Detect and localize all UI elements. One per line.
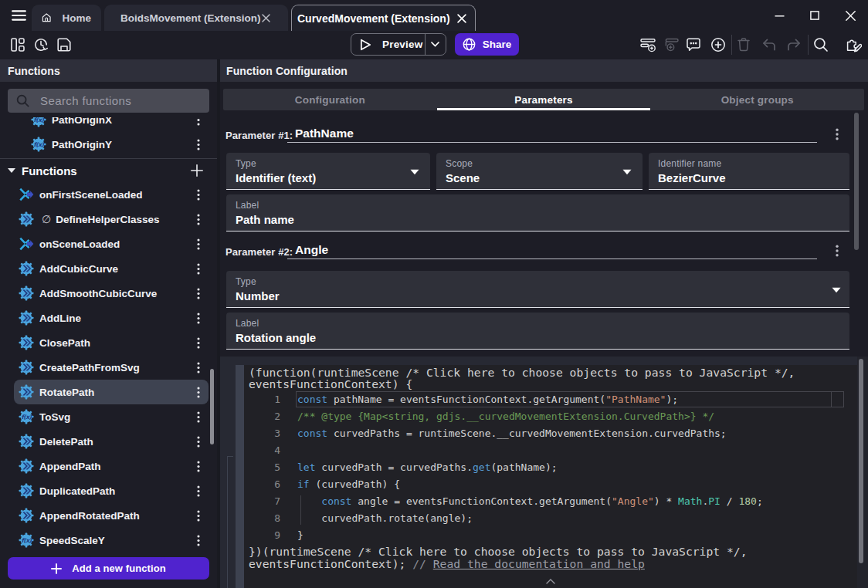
collapse-caret-icon[interactable] xyxy=(244,579,857,584)
parameter-1-identifier-field[interactable]: Identifier name BezierCurve xyxy=(649,153,849,190)
code-line-1[interactable]: 1const pathName = eventsFunctionContext.… xyxy=(244,391,857,408)
function-item-CreatePathFromSvg[interactable]: CreatePathFromSvg xyxy=(0,355,217,380)
js-code-footer[interactable]: })(runtimeScene /* Click here to choose … xyxy=(244,544,857,569)
minimize-button[interactable] xyxy=(761,0,797,31)
code-line-6[interactable]: 6if (curvedPath) { xyxy=(244,476,857,493)
parameter-1-scope-field[interactable]: Scope Scene xyxy=(436,153,643,190)
code-line-3[interactable]: 3const curvedPaths = runtimeScene.__curv… xyxy=(244,425,857,442)
comment-icon[interactable] xyxy=(686,37,701,52)
function-menu-icon[interactable] xyxy=(195,436,202,447)
function-item-SpeedScaleY[interactable]: f(x) SpeedScaleY xyxy=(0,528,217,553)
undo-icon[interactable] xyxy=(761,37,777,52)
parameter-1-type-field[interactable]: Type Identifier (text) xyxy=(226,153,430,190)
parameter-2-name-input[interactable]: Angle xyxy=(287,243,817,259)
function-item-AddSmoothCubicCurve[interactable]: AddSmoothCubicCurve xyxy=(0,281,217,306)
function-item-ClosePath[interactable]: ClosePath xyxy=(0,330,217,355)
function-item-onFirstSceneLoaded[interactable]: onFirstSceneLoaded xyxy=(0,182,217,207)
code-line-4[interactable]: 4 xyxy=(244,442,857,459)
js-code-event[interactable]: (function(runtimeScene /* Click here to … xyxy=(244,365,857,588)
code-line-2[interactable]: 2/** @type {Map<string, gdjs.__curvedMov… xyxy=(244,408,857,425)
function-item-onSceneLoaded[interactable]: onSceneLoaded xyxy=(0,231,217,256)
plus-icon xyxy=(51,563,62,574)
save-icon[interactable] xyxy=(57,38,71,52)
function-item-AppendPath[interactable]: AppendPath xyxy=(0,454,217,478)
tab-parameters[interactable]: Parameters xyxy=(437,89,651,110)
function-item-ToSvg[interactable]: f(x) ToSvg xyxy=(0,404,217,429)
function-menu-icon[interactable] xyxy=(195,411,202,422)
trash-icon[interactable] xyxy=(736,37,751,52)
function-menu-icon[interactable] xyxy=(195,117,202,125)
parameter-1-label-field[interactable]: Label Path name xyxy=(226,194,849,231)
functions-section-header[interactable]: Functions xyxy=(0,159,217,182)
parameter-1-name-input[interactable]: PathName xyxy=(287,127,817,143)
function-menu-icon[interactable] xyxy=(195,387,202,397)
extension-edit-icon[interactable] xyxy=(846,37,862,52)
function-menu-icon[interactable] xyxy=(195,288,202,299)
tab-home[interactable]: Home xyxy=(32,5,101,31)
add-event-icon[interactable] xyxy=(640,37,656,52)
tab-boids-close-icon[interactable] xyxy=(261,11,272,25)
function-item-PathOriginY[interactable]: f(x) PathOriginY xyxy=(0,132,217,157)
function-menu-icon[interactable] xyxy=(195,337,202,348)
menu-icon[interactable] xyxy=(12,10,26,21)
events-scrollbar[interactable] xyxy=(859,359,863,563)
add-subevent-icon[interactable] xyxy=(663,37,679,52)
code-line-7[interactable]: 7 const angle = eventsFunctionContext.ge… xyxy=(244,493,857,510)
parameter-2-menu-icon[interactable] xyxy=(833,245,841,257)
parameter-2-label-field[interactable]: Label Rotation angle xyxy=(226,313,849,350)
function-item-AddLine[interactable]: AddLine xyxy=(0,306,217,330)
function-menu-icon[interactable] xyxy=(195,139,202,150)
function-item-RotatePath[interactable]: RotatePath xyxy=(0,380,217,404)
function-menu-icon[interactable] xyxy=(195,461,202,471)
redo-icon[interactable] xyxy=(786,37,802,52)
share-button[interactable]: Share xyxy=(455,33,519,56)
sidebar-scrollbar[interactable] xyxy=(210,369,214,444)
parameters-scrollbar[interactable] xyxy=(854,113,859,250)
function-menu-icon[interactable] xyxy=(195,535,202,546)
preview-button-main[interactable]: Preview xyxy=(351,34,425,55)
tab-boidsmovement[interactable]: BoidsMovement (Extension) xyxy=(104,5,288,31)
js-code-header[interactable]: (function(runtimeScene /* Click here to … xyxy=(244,365,857,390)
function-item-AppendRotatedPath[interactable]: AppendRotatedPath xyxy=(0,503,217,528)
selected-event-bar[interactable] xyxy=(236,365,244,588)
code-line-9[interactable]: 9} xyxy=(244,527,857,544)
expression-fx-icon: f(x) xyxy=(19,409,34,424)
tab-object-groups[interactable]: Object groups xyxy=(650,89,864,110)
tab-curvedmovement[interactable]: CurvedMovement (Extension) xyxy=(291,5,476,31)
parameter-2-type-field[interactable]: Type Number xyxy=(226,271,849,308)
function-item-AddCubicCurve[interactable]: AddCubicCurve xyxy=(0,256,217,281)
code-editor[interactable]: 1const pathName = eventsFunctionContext.… xyxy=(244,391,857,544)
function-menu-icon[interactable] xyxy=(195,238,202,249)
function-menu-icon[interactable] xyxy=(195,510,202,521)
function-item-DefineHelperClasses[interactable]: ∅DefineHelperClasses xyxy=(0,207,217,231)
code-line-8[interactable]: 8 curvedPath.rotate(angle); xyxy=(244,510,857,527)
section-add-icon[interactable] xyxy=(191,164,203,177)
code-line-5[interactable]: 5let curvedPath = curvedPaths.get(pathNa… xyxy=(244,459,857,476)
function-menu-icon[interactable] xyxy=(195,362,202,373)
panels-icon[interactable] xyxy=(11,38,25,52)
add-function-button[interactable]: Add a new function xyxy=(8,557,209,580)
function-menu-icon[interactable] xyxy=(195,189,202,200)
function-item-PathOriginX[interactable]: f(x) PathOriginX xyxy=(0,117,217,132)
search-functions-input[interactable]: Search functions xyxy=(8,89,209,113)
preview-dropdown[interactable] xyxy=(426,34,446,55)
preview-button[interactable]: Preview xyxy=(351,33,446,56)
function-menu-icon[interactable] xyxy=(195,485,202,496)
function-menu-icon[interactable] xyxy=(195,214,202,225)
field-label: Label xyxy=(236,200,841,211)
function-label: AppendPath xyxy=(39,461,101,472)
close-button[interactable] xyxy=(832,0,868,31)
function-item-DeletePath[interactable]: DeletePath xyxy=(0,429,217,454)
tab-curved-close-icon[interactable] xyxy=(454,11,469,25)
circle-plus-icon[interactable] xyxy=(710,37,726,52)
line-number: 8 xyxy=(244,510,280,527)
function-item-DuplicatedPath[interactable]: DuplicatedPath xyxy=(0,478,217,503)
search-icon[interactable] xyxy=(813,37,829,52)
parameter-1-menu-icon[interactable] xyxy=(833,128,841,140)
function-menu-icon[interactable] xyxy=(195,263,202,274)
maximize-button[interactable] xyxy=(797,0,832,31)
tab-configuration[interactable]: Configuration xyxy=(223,89,437,110)
documentation-link[interactable]: Read the documentation and help xyxy=(433,557,645,570)
function-menu-icon[interactable] xyxy=(195,313,202,323)
history-icon[interactable] xyxy=(34,38,48,52)
